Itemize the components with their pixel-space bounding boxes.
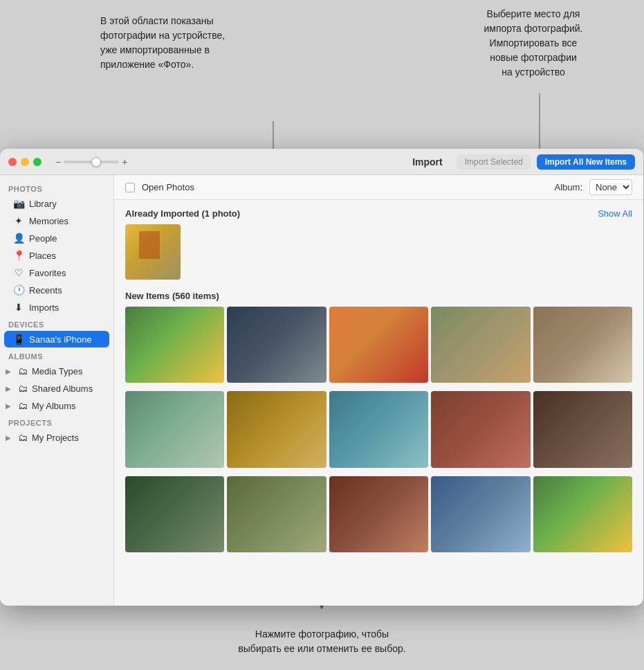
- projects-icon: 🗂: [17, 432, 29, 443]
- sidebar-item-media-types[interactable]: ▶ 🗂 Media Types: [1, 363, 112, 379]
- sidebar-section-devices: Devices: [0, 316, 113, 330]
- new-items-header: New Items (560 items): [125, 291, 632, 301]
- folder-icon: 🗂: [17, 365, 29, 377]
- sidebar-label-memories: Memories: [29, 216, 68, 226]
- callout-top-left: В этой области показаны фотографии на ус…: [100, 14, 266, 72]
- album-label: Album:: [555, 182, 582, 192]
- photo-thumb[interactable]: [227, 476, 326, 552]
- sidebar-label-recents: Recents: [29, 285, 62, 296]
- callout-top-right: Выберите место для импорта фотографий. И…: [450, 7, 616, 80]
- sidebar-item-imports[interactable]: ⬇ Imports: [4, 299, 109, 316]
- new-items-title: New Items (560 items): [125, 291, 219, 301]
- maximize-button[interactable]: [33, 158, 42, 166]
- sidebar-item-favorites[interactable]: ♡ Favorites: [4, 264, 109, 281]
- already-imported-title: Already Imported (1 photo): [125, 208, 240, 219]
- titlebar: − + Import Import Selected Import All Ne…: [0, 149, 643, 175]
- expand-icon-projects: ▶: [6, 434, 14, 442]
- sidebar-label-people: People: [29, 233, 57, 244]
- sidebar-label-media-types: Media Types: [32, 366, 82, 377]
- sidebar-label-iphone: Sanaa's iPhone: [29, 334, 92, 345]
- zoom-minus-icon[interactable]: −: [55, 156, 61, 168]
- main-window: − + Import Import Selected Import All Ne…: [0, 149, 643, 606]
- photo-thumb[interactable]: [431, 476, 530, 552]
- sidebar-item-memories[interactable]: ✦ Memories: [4, 212, 109, 229]
- callout-bottom: Нажмите фотографию, чтобы выбирать ее ил…: [219, 627, 426, 656]
- traffic-lights: [8, 158, 42, 166]
- sidebar-label-places: Places: [29, 251, 56, 261]
- photo-thumb[interactable]: [431, 307, 530, 383]
- my-albums-icon: 🗂: [17, 400, 29, 411]
- sidebar-item-library[interactable]: 📷 Library: [4, 195, 109, 212]
- sidebar-item-my-projects[interactable]: ▶ 🗂 My Projects: [1, 429, 112, 446]
- content-area: Photos 📷 Library ✦ Memories 👤 People 📍 P…: [0, 175, 643, 606]
- select-all-checkbox[interactable]: [125, 183, 135, 192]
- people-icon: 👤: [12, 233, 25, 244]
- sidebar-item-shared-albums[interactable]: ▶ 🗂 Shared Albums: [1, 380, 112, 397]
- photo-thumb[interactable]: [431, 391, 530, 467]
- import-selected-button[interactable]: Import Selected: [457, 154, 531, 170]
- zoom-plus-icon[interactable]: +: [122, 156, 127, 168]
- sidebar-section-projects: Projects: [0, 415, 113, 428]
- photo-row-3: [125, 476, 632, 552]
- slider-track[interactable]: [64, 161, 119, 163]
- photo-thumb[interactable]: [227, 307, 326, 383]
- favorites-icon: ♡: [12, 267, 25, 278]
- imports-icon: ⬇: [12, 302, 25, 313]
- expand-icon-shared: ▶: [6, 385, 14, 392]
- sidebar-label-library: Library: [29, 199, 57, 209]
- scroll-area[interactable]: Already Imported (1 photo) Show All New …: [114, 200, 643, 606]
- sidebar-item-my-albums[interactable]: ▶ 🗂 My Albums: [1, 397, 112, 414]
- expand-icon-my: ▶: [6, 402, 14, 410]
- already-imported-header: Already Imported (1 photo) Show All: [125, 208, 632, 219]
- sidebar-section-photos: Photos: [0, 181, 113, 194]
- sidebar-item-people[interactable]: 👤 People: [4, 230, 109, 246]
- import-label: Import: [412, 156, 443, 168]
- zoom-slider: − +: [55, 156, 127, 168]
- sidebar-section-albums: Albums: [0, 348, 113, 362]
- photo-thumb[interactable]: [533, 391, 632, 467]
- sidebar-label-my-projects: My Projects: [32, 433, 79, 443]
- photo-thumb[interactable]: [125, 476, 224, 552]
- open-photos-button[interactable]: Open Photos: [142, 182, 194, 192]
- iphone-icon: 📱: [12, 334, 25, 345]
- main-panel: Open Photos Album: None Already Imported…: [114, 175, 643, 606]
- minimize-button[interactable]: [21, 158, 29, 166]
- sidebar-label-my-albums: My Albums: [32, 401, 76, 411]
- close-button[interactable]: [8, 158, 17, 166]
- photo-thumb[interactable]: [329, 391, 428, 467]
- photo-thumb[interactable]: [533, 307, 632, 383]
- already-imported-grid: [125, 224, 632, 280]
- photo-row-1: [125, 307, 632, 383]
- sidebar-label-favorites: Favorites: [29, 268, 66, 278]
- sidebar-item-recents[interactable]: 🕐 Recents: [4, 282, 109, 298]
- sidebar-label-imports: Imports: [29, 302, 59, 313]
- slider-thumb[interactable]: [91, 157, 101, 167]
- sidebar-item-places[interactable]: 📍 Places: [4, 247, 109, 264]
- memories-icon: ✦: [12, 215, 25, 226]
- photo-row-2: [125, 391, 632, 467]
- photo-thumb[interactable]: [227, 391, 326, 467]
- sidebar: Photos 📷 Library ✦ Memories 👤 People 📍 P…: [0, 175, 114, 606]
- already-imported-photo[interactable]: [125, 224, 181, 280]
- photo-thumb[interactable]: [125, 307, 224, 383]
- import-all-button[interactable]: Import All New Items: [537, 154, 635, 170]
- show-all-link[interactable]: Show All: [598, 208, 632, 219]
- recents-icon: 🕐: [12, 284, 25, 296]
- library-icon: 📷: [12, 198, 25, 209]
- sidebar-item-iphone[interactable]: 📱 Sanaa's iPhone: [4, 331, 109, 347]
- toolbar-row: Open Photos Album: None: [114, 175, 643, 200]
- photo-thumb[interactable]: [125, 391, 224, 467]
- album-select[interactable]: None: [589, 179, 632, 195]
- photo-thumb[interactable]: [329, 307, 428, 383]
- shared-icon: 🗂: [17, 383, 29, 394]
- sidebar-label-shared-albums: Shared Albums: [32, 383, 93, 394]
- photo-thumb[interactable]: [533, 476, 632, 552]
- photo-thumb[interactable]: [329, 476, 428, 552]
- expand-icon: ▶: [6, 368, 14, 375]
- places-icon: 📍: [12, 250, 25, 261]
